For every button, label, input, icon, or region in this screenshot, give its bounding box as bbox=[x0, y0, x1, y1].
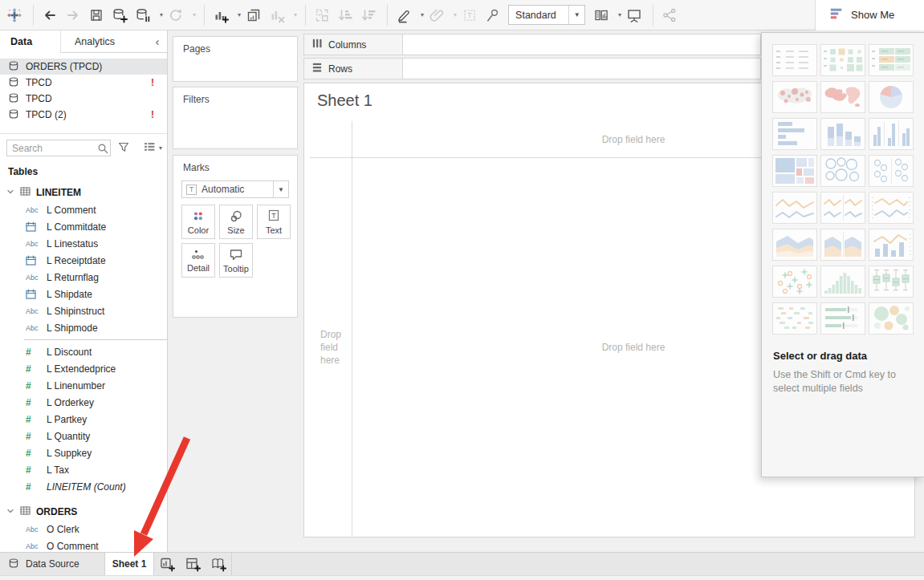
chart-type-side-by-side-bars[interactable] bbox=[869, 118, 914, 150]
data-source-item[interactable]: TPCD (2)! bbox=[0, 107, 167, 123]
table-name: ORDERS bbox=[36, 506, 77, 517]
sheet-tab-sheet1[interactable]: Sheet 1 bbox=[105, 553, 154, 575]
field-item[interactable]: AbcO Comment bbox=[0, 537, 167, 552]
chart-type-packed-bubbles[interactable] bbox=[869, 302, 914, 335]
size-button[interactable]: Size bbox=[219, 205, 253, 239]
search-input[interactable] bbox=[6, 140, 111, 156]
rows-shelf-droparea[interactable] bbox=[403, 58, 761, 79]
duplicate-sheet-icon[interactable] bbox=[246, 4, 262, 26]
chart-type-filled-map[interactable] bbox=[820, 81, 865, 113]
field-item[interactable]: AbcL Shipinstruct bbox=[0, 302, 167, 319]
columns-shelf[interactable]: Columns bbox=[303, 34, 761, 55]
chart-type-continuous-area[interactable] bbox=[772, 229, 817, 261]
chart-type-symbol-map[interactable] bbox=[772, 81, 817, 113]
new-worksheet-icon-caret[interactable]: ▾ bbox=[238, 11, 241, 18]
table-group-lineitem[interactable]: LINEITEM bbox=[0, 184, 167, 201]
chart-type-treemap[interactable] bbox=[772, 155, 817, 187]
show-me-button[interactable]: Show Me bbox=[815, 0, 924, 30]
field-item[interactable]: L Commitdate bbox=[0, 218, 167, 235]
field-item[interactable]: #L Suppkey bbox=[0, 444, 167, 461]
field-item[interactable]: L Receiptdate bbox=[0, 252, 167, 269]
field-item[interactable]: #L Orderkey bbox=[0, 394, 167, 411]
chart-type-highlight-table[interactable] bbox=[869, 44, 914, 76]
field-item[interactable]: AbcL Shipmode bbox=[0, 319, 167, 336]
new-worksheet-button[interactable] bbox=[154, 553, 180, 575]
detail-button[interactable]: Detail bbox=[181, 243, 215, 278]
data-source-item[interactable]: TPCD bbox=[0, 91, 167, 107]
tooltip-button[interactable]: Tooltip bbox=[219, 243, 253, 278]
chart-type-dual-lines[interactable] bbox=[869, 192, 914, 224]
chart-type-circle-views[interactable] bbox=[869, 155, 914, 187]
highlight-icon-caret[interactable]: ▾ bbox=[421, 11, 424, 18]
data-source-tab[interactable]: Data Source bbox=[0, 553, 105, 575]
chart-type-text-table[interactable] bbox=[772, 44, 817, 76]
new-dashboard-button[interactable] bbox=[180, 553, 206, 575]
chart-type-continuous-lines[interactable] bbox=[772, 192, 817, 224]
back-arrow-icon[interactable] bbox=[42, 4, 58, 26]
field-item[interactable]: AbcL Linestatus bbox=[0, 235, 167, 252]
fit-mode-caret-icon[interactable]: ▼ bbox=[568, 6, 584, 24]
table-group-orders[interactable]: ORDERS bbox=[0, 503, 167, 521]
pause-auto-updates-icon[interactable] bbox=[135, 4, 151, 26]
field-item[interactable]: #L Extendedprice bbox=[0, 360, 167, 377]
presentation-mode-icon[interactable] bbox=[626, 4, 642, 26]
chart-type-scatter-plot[interactable] bbox=[772, 266, 817, 298]
chart-type-gantt[interactable] bbox=[772, 302, 817, 335]
field-item[interactable]: #L Tax bbox=[0, 461, 167, 478]
data-source-item[interactable]: TPCD! bbox=[0, 75, 167, 91]
chart-type-discrete-lines[interactable] bbox=[820, 192, 865, 224]
field-item[interactable]: L Shipdate bbox=[0, 286, 167, 302]
field-item[interactable]: #L Quantity bbox=[0, 428, 167, 444]
field-item[interactable]: AbcL Comment bbox=[0, 201, 167, 218]
rows-shelf[interactable]: Rows bbox=[303, 58, 761, 79]
field-item[interactable]: #L Partkey bbox=[0, 411, 167, 428]
view-as-caret-icon[interactable]: ▾ bbox=[159, 144, 162, 152]
chart-type-pie-chart[interactable] bbox=[869, 81, 914, 113]
show-hide-cards-icon[interactable] bbox=[593, 4, 609, 26]
mark-type-dropdown[interactable]: T Automatic ▼ bbox=[181, 180, 289, 198]
rows-icon bbox=[311, 62, 323, 75]
text-button[interactable]: TText bbox=[257, 205, 291, 239]
collapse-pane-button[interactable]: ‹ bbox=[148, 30, 167, 53]
field-item[interactable]: #L Discount bbox=[0, 343, 167, 360]
show-hide-cards-icon-caret[interactable]: ▾ bbox=[618, 11, 621, 18]
field-label: L Extendedprice bbox=[47, 363, 116, 375]
field-item[interactable]: #L Linenumber bbox=[0, 377, 167, 394]
pages-shelf[interactable]: Pages bbox=[173, 36, 298, 82]
pin-icon[interactable] bbox=[485, 4, 501, 26]
chart-type-horizontal-bars[interactable] bbox=[772, 118, 817, 150]
data-source-item[interactable]: ORDERS (TPCD) bbox=[0, 59, 167, 75]
highlight-icon[interactable] bbox=[396, 4, 412, 26]
field-item[interactable]: AbcL Returnflag bbox=[0, 269, 167, 286]
view-as-grid-icon[interactable] bbox=[143, 140, 156, 156]
mark-type-caret-icon[interactable]: ▼ bbox=[273, 181, 288, 197]
save-icon[interactable] bbox=[88, 4, 104, 26]
toolbar-separator bbox=[305, 5, 306, 26]
add-data-source-icon[interactable] bbox=[112, 4, 128, 26]
color-button[interactable]: Color bbox=[181, 205, 215, 239]
chart-type-stacked-bars[interactable] bbox=[820, 118, 865, 150]
chart-type-discrete-area[interactable] bbox=[820, 229, 865, 261]
chart-type-dual-combination[interactable] bbox=[869, 229, 914, 261]
tab-analytics[interactable]: Analytics bbox=[61, 30, 148, 53]
chart-type-box-and-whisker[interactable] bbox=[869, 266, 914, 298]
chart-type-bullet-graph[interactable] bbox=[820, 302, 865, 335]
toolbar-separator bbox=[653, 5, 653, 26]
chart-type-histogram[interactable] bbox=[820, 266, 865, 298]
pause-auto-updates-icon-caret[interactable]: ▾ bbox=[160, 11, 163, 18]
expander-icon[interactable] bbox=[6, 506, 14, 517]
new-story-button[interactable] bbox=[206, 553, 231, 575]
new-worksheet-icon[interactable] bbox=[213, 4, 229, 26]
field-item[interactable]: #LINEITEM (Count) bbox=[0, 478, 167, 495]
tableau-logo-icon[interactable] bbox=[6, 4, 22, 26]
tab-data[interactable]: Data bbox=[0, 30, 61, 53]
expander-icon[interactable] bbox=[6, 187, 14, 198]
drop-field-here-left[interactable]: Drop field here bbox=[310, 157, 352, 537]
chart-type-heatmap[interactable] bbox=[820, 44, 865, 76]
field-item[interactable]: AbcO Clerk bbox=[0, 521, 167, 537]
filter-fields-icon[interactable] bbox=[117, 140, 130, 156]
filters-shelf[interactable]: Filters bbox=[173, 87, 298, 149]
chart-type-packed-bubbles-outline[interactable] bbox=[820, 155, 865, 187]
fit-mode-select[interactable]: Standard▼ bbox=[508, 5, 585, 25]
columns-shelf-droparea[interactable] bbox=[403, 34, 761, 55]
